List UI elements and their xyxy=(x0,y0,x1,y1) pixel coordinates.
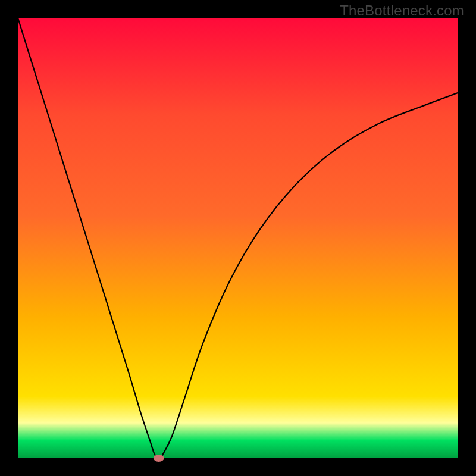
watermark-text: TheBottleneck.com xyxy=(340,2,464,19)
plot-background xyxy=(18,18,458,458)
bottleneck-chart xyxy=(0,0,476,476)
chart-container: TheBottleneck.com xyxy=(0,0,476,476)
minimum-marker xyxy=(154,455,164,462)
